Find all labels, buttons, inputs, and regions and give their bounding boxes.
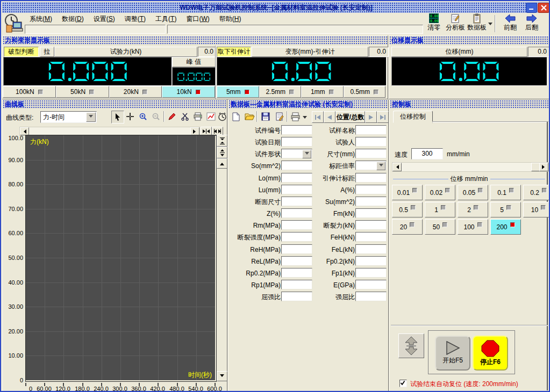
analysis-board-button[interactable]: 分析板 [445, 13, 466, 34]
speed-button-5[interactable]: 5 [490, 202, 521, 217]
menu-item-3[interactable]: 调整(T) [120, 14, 151, 24]
speed-button-0.5[interactable]: 0.5 [392, 202, 423, 217]
arrow-left-icon [504, 13, 516, 24]
right-field-label-3: 标距倍率 [303, 161, 355, 171]
y-axis-compress-button[interactable] [217, 135, 227, 147]
print-dropdown-icon[interactable] [303, 116, 307, 121]
open-file-button[interactable] [244, 111, 255, 122]
nav-first-button[interactable] [312, 111, 324, 123]
auto-reset-checkbox[interactable] [399, 380, 407, 387]
force-range-button-0[interactable]: 100kN [3, 86, 56, 98]
scroll-right-button[interactable] [190, 127, 199, 135]
stop-button[interactable]: 停止F6 [473, 336, 508, 371]
menu-item-5[interactable]: 窗口(W) [181, 14, 214, 24]
cut-tool-button[interactable] [179, 111, 191, 122]
nav-last-button[interactable] [377, 111, 389, 123]
chevron-down-icon[interactable] [376, 162, 385, 170]
right-field-input-12[interactable] [355, 268, 387, 278]
speed-button-10[interactable]: 10 [523, 202, 550, 217]
cursor-tool-button[interactable] [111, 111, 124, 124]
right-field-input-4[interactable] [355, 173, 387, 183]
menu-item-0[interactable]: 系统(M) [25, 14, 57, 24]
toolbar-dock-2 [167, 25, 423, 34]
right-field-input-11[interactable] [355, 256, 387, 266]
speed-button-100[interactable]: 100 [458, 219, 488, 235]
scroll-left-button[interactable] [392, 163, 402, 171]
timer-button[interactable] [216, 111, 228, 122]
right-field-input-0[interactable] [355, 125, 387, 135]
chevron-down-icon[interactable] [86, 112, 96, 122]
minimize-button[interactable] [526, 3, 537, 13]
data-board-button[interactable]: 数据板 [467, 13, 487, 34]
pull-direction-button[interactable]: 拉 [40, 47, 54, 57]
menu-item-6[interactable]: 帮助(H) [215, 14, 246, 24]
page-next-button[interactable]: 后翻 [522, 13, 542, 34]
right-field-input-8[interactable] [355, 220, 387, 230]
chart-plot-area[interactable]: 力(kN) 时间(秒) [25, 135, 217, 382]
new-file-button[interactable] [230, 111, 242, 122]
deform-range-button-2[interactable]: 1mm [301, 86, 344, 98]
jog-up-down-button[interactable] [398, 333, 424, 358]
scroll-up-button[interactable] [217, 158, 227, 169]
zoom-out-button[interactable] [150, 111, 162, 122]
speed-button-200[interactable]: 200 [490, 219, 521, 235]
speed-button-0.2[interactable]: 0.2 [523, 185, 550, 200]
nav-prev-button[interactable] [324, 111, 335, 123]
force-range-button-3[interactable]: 10kN [162, 86, 215, 98]
right-field-input-5[interactable] [355, 185, 387, 194]
menu-item-1[interactable]: 数据(D) [57, 14, 89, 24]
data-board-dropdown-icon[interactable] [488, 23, 492, 27]
chart-settings-button[interactable] [205, 111, 217, 122]
range-label: 50kN [70, 88, 85, 96]
marker-tool-button[interactable] [166, 111, 178, 122]
right-field-input-3[interactable] [355, 161, 387, 170]
speed-button-50[interactable]: 50 [425, 219, 455, 235]
print-button[interactable] [289, 111, 301, 122]
save-button[interactable] [260, 111, 272, 122]
right-field-input-9[interactable] [355, 232, 387, 242]
deform-range-button-0[interactable]: 5mm [217, 86, 259, 98]
start-button[interactable]: 开始F5 [435, 336, 470, 371]
left-field-label-13: Rp1(MPa) [228, 280, 281, 290]
right-field-input-7[interactable] [355, 208, 387, 218]
curve-type-select[interactable]: 力-时间 [40, 111, 97, 123]
scroll-right-button[interactable] [539, 163, 548, 171]
save-as-button[interactable] [274, 111, 285, 122]
speed-scrollbar[interactable] [392, 162, 549, 172]
menu-item-4[interactable]: 工具(T) [151, 14, 181, 24]
y-axis-expand-button[interactable] [217, 147, 227, 158]
speed-input[interactable]: 300 [411, 148, 443, 159]
nav-next-button[interactable] [365, 111, 377, 123]
right-field-input-2[interactable] [355, 149, 387, 158]
deform-range-button-3[interactable]: 0.5mm [344, 86, 386, 98]
page-prev-button[interactable]: 前翻 [500, 13, 520, 34]
clear-zero-button[interactable]: 0.00 0.00 清零 [424, 13, 444, 34]
crosshair-tool-button[interactable] [124, 111, 136, 122]
speed-button-1[interactable]: 1 [425, 202, 455, 217]
menu-item-2[interactable]: 设置(S) [89, 14, 120, 24]
force-range-button-1[interactable]: 50kN [56, 86, 109, 98]
speed-button-0.02[interactable]: 0.02 [425, 185, 455, 200]
speed-button-20[interactable]: 20 [392, 219, 423, 235]
scroll-down-button[interactable] [217, 371, 227, 381]
force-range-button-2[interactable]: 20kN [109, 86, 162, 98]
right-field-input-6[interactable] [355, 197, 387, 206]
chart-icon [206, 112, 216, 121]
speed-button-0.05[interactable]: 0.05 [458, 185, 488, 200]
speed-button-0.01[interactable]: 0.01 [392, 185, 423, 200]
deform-range-button-1[interactable]: 2.5mm [259, 86, 302, 98]
zero-display-icon: 0.00 0.00 [428, 13, 439, 24]
zoom-in-button[interactable] [137, 111, 149, 122]
right-field-input-14[interactable] [355, 292, 387, 301]
scroll-left-button[interactable] [20, 127, 29, 135]
print-curve-button[interactable] [192, 111, 204, 122]
right-field-input-10[interactable] [355, 244, 387, 254]
x-axis-labels: 060.00120.0180.0240.0300.0360.0420.0480.… [3, 386, 227, 392]
speed-button-2[interactable]: 2 [458, 202, 488, 217]
close-button[interactable] [538, 3, 549, 13]
speed-button-0.1[interactable]: 0.1 [490, 185, 521, 200]
right-field-input-1[interactable] [355, 137, 387, 147]
tab-displacement-control[interactable]: 位移控制 [393, 111, 433, 123]
speed-indicator [445, 188, 450, 193]
right-field-input-13[interactable] [355, 280, 387, 289]
